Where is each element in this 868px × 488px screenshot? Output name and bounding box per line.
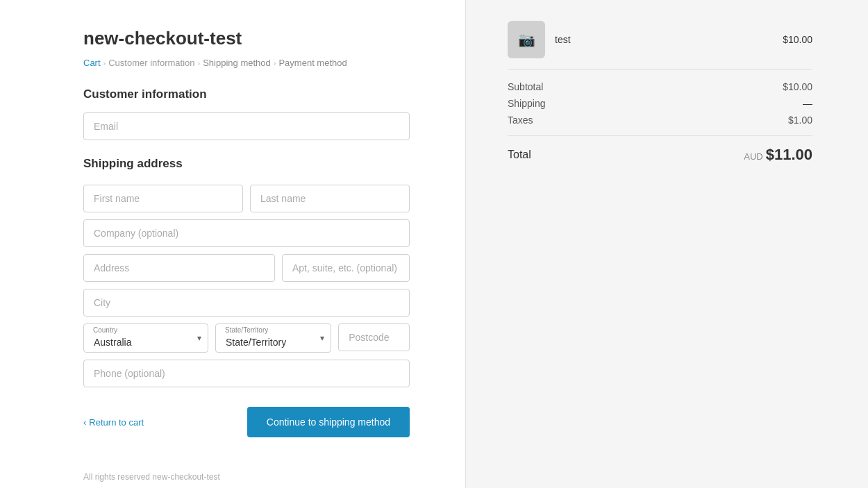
chevron-icon-2: ›: [198, 59, 201, 67]
company-group: [83, 219, 410, 247]
order-item: 📷 test $10.00: [508, 21, 812, 70]
shipping-row: Shipping —: [508, 98, 812, 109]
section-divider: Shipping address: [83, 157, 410, 171]
city-group: [83, 289, 410, 317]
postcode-input[interactable]: [338, 323, 410, 351]
page-title: new-checkout-test: [83, 28, 410, 49]
right-panel: 📷 test $10.00 Subtotal $10.00 Shipping —…: [465, 0, 868, 488]
breadcrumb-shipping-method: Shipping method: [203, 58, 271, 68]
chevron-icon-3: ›: [274, 59, 276, 67]
shipping-label: Shipping: [508, 98, 546, 109]
shipping-address-title: Shipping address: [83, 157, 410, 171]
continue-to-shipping-button[interactable]: Continue to shipping method: [247, 407, 410, 437]
product-name: test: [555, 34, 571, 45]
total-value: $11.00: [766, 146, 812, 163]
address-row: [83, 254, 410, 282]
postcode-wrapper: [338, 323, 410, 353]
email-input[interactable]: [83, 112, 410, 140]
country-wrapper: Country Australia ▾: [83, 323, 208, 353]
breadcrumb-cart[interactable]: Cart: [83, 58, 101, 68]
subtotal-label: Subtotal: [508, 81, 543, 92]
subtotal-value: $10.00: [783, 81, 812, 92]
taxes-label: Taxes: [508, 115, 533, 126]
total-currency: AUD: [744, 151, 762, 162]
subtotal-row: Subtotal $10.00: [508, 81, 812, 92]
phone-input[interactable]: [83, 360, 410, 387]
state-label: State/Territory: [225, 326, 268, 334]
total-label: Total: [508, 149, 531, 161]
product-info: test: [555, 34, 773, 45]
camera-icon: 📷: [518, 31, 535, 48]
customer-information-title: Customer information: [83, 87, 410, 101]
address-input[interactable]: [83, 254, 275, 282]
breadcrumb-payment-method: Payment method: [278, 58, 347, 68]
breadcrumb-customer-information: Customer information: [108, 58, 194, 68]
last-name-input[interactable]: [250, 185, 410, 212]
left-arrow-icon: ‹: [83, 417, 86, 428]
shipping-value: —: [803, 98, 812, 109]
product-price: $10.00: [783, 34, 812, 45]
city-input[interactable]: [83, 289, 410, 317]
last-name-group: [250, 185, 410, 212]
state-wrapper: State/Territory State/Territory ▾: [215, 323, 331, 353]
total-row: Total AUD$11.00: [508, 135, 812, 164]
country-state-row: Country Australia ▾ State/Territory Stat…: [83, 323, 410, 353]
name-row: [83, 185, 410, 212]
taxes-value: $1.00: [788, 115, 812, 126]
return-to-cart-link[interactable]: ‹ Return to cart: [83, 417, 144, 428]
first-name-input[interactable]: [83, 185, 243, 212]
company-input[interactable]: [83, 219, 410, 247]
return-link-label: Return to cart: [89, 417, 144, 428]
apt-input[interactable]: [282, 254, 410, 282]
taxes-row: Taxes $1.00: [508, 115, 812, 126]
phone-group: [83, 360, 410, 387]
form-actions: ‹ Return to cart Continue to shipping me…: [83, 407, 410, 437]
address-main-group: [83, 254, 275, 282]
email-group: [83, 112, 410, 140]
country-label: Country: [93, 326, 117, 334]
left-panel: new-checkout-test Cart › Customer inform…: [0, 0, 465, 488]
footer-text: All rights reserved new-checkout-test: [83, 472, 410, 482]
chevron-icon-1: ›: [103, 59, 106, 67]
total-amount-wrapper: AUD$11.00: [744, 146, 812, 164]
breadcrumb: Cart › Customer information › Shipping m…: [83, 58, 410, 68]
address-apt-group: [282, 254, 410, 282]
product-thumbnail: 📷: [508, 21, 545, 58]
first-name-group: [83, 185, 243, 212]
